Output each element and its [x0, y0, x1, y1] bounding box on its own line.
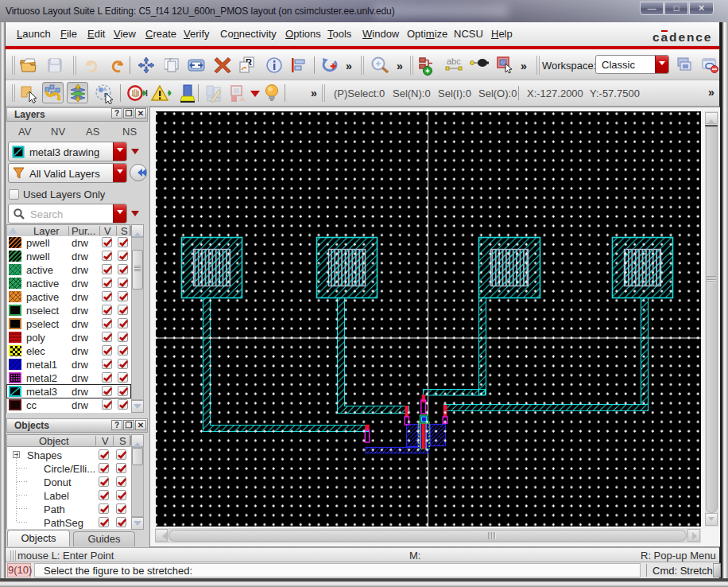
svg-text:abc: abc — [447, 56, 461, 66]
